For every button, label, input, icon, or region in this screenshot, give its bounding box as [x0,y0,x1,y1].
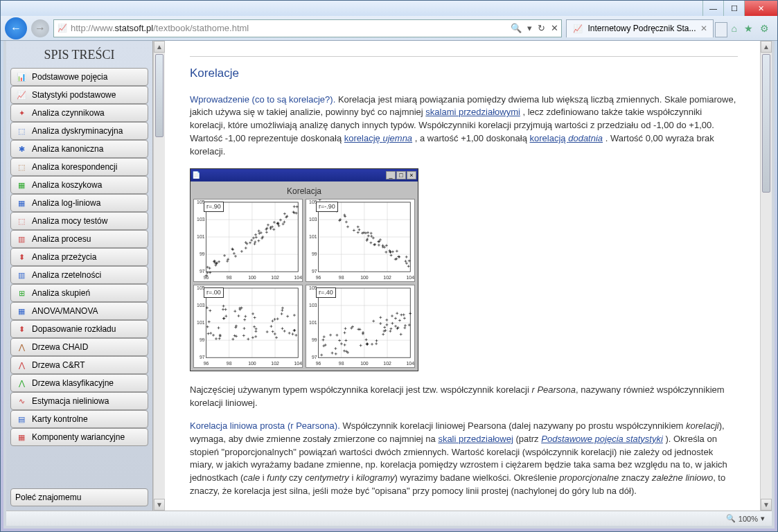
address-bar[interactable]: 📈 http://www.statsoft.pl/textbook/statho… [53,19,562,37]
sidebar-item-7[interactable]: ▦Analiza log-liniowa [10,194,148,212]
browser-window: — ☐ ✕ ← → 📈 http://www.statsoft.pl/textb… [0,0,778,532]
chart-close-icon[interactable]: × [407,171,416,179]
link-korelacje-ujemna[interactable]: korelację ujemna [344,133,412,143]
sidebar-item-icon: ▦ [15,306,28,316]
scroll-up-icon[interactable]: ▲ [761,41,772,53]
sidebar-item-label: Analiza czynnikowa [32,108,105,118]
sidebar-item-10[interactable]: ⬍Analiza przeżycia [10,248,148,266]
scroll-up-icon[interactable]: ▲ [154,41,165,53]
sidebar-item-3[interactable]: ⬚Analiza dyskryminacyjna [10,122,148,140]
chart-max-icon[interactable]: □ [396,171,406,179]
window-close-button[interactable]: ✕ [744,1,777,16]
svg-text:103: 103 [197,217,205,222]
refresh-icon[interactable]: ↻ [538,23,545,33]
scroll-thumb[interactable] [155,54,163,137]
sidebar-item-19[interactable]: ▤Karty kontrolne [10,410,148,428]
sidebar-item-20[interactable]: ▦Komponenty wariancyjne [10,428,148,446]
sidebar-item-17[interactable]: ⋀Drzewa klasyfikacyjne [10,374,148,392]
sidebar-item-9[interactable]: ▥Analiza procesu [10,230,148,248]
tab-bar: 📈 Internetowy Podręcznik Sta... ✕ [566,19,727,37]
sidebar-item-icon: ⬚ [15,126,28,136]
sidebar-item-label: Statystyki podstawowe [32,90,116,100]
dropdown-icon[interactable]: ▾ [527,23,532,33]
nav-forward-button[interactable]: → [31,19,49,37]
svg-text:100: 100 [248,361,256,366]
svg-text:97: 97 [312,355,317,360]
nav-back-button[interactable]: ← [5,17,27,39]
new-tab-button[interactable] [715,22,727,37]
window-minimize-button[interactable]: — [702,1,723,16]
r-value-label: r=.40 [316,287,336,298]
sidebar-item-icon: ▦ [15,432,28,442]
sidebar-item-6[interactable]: ▦Analiza koszykowa [10,176,148,194]
svg-text:97: 97 [312,269,317,274]
sidebar-item-12[interactable]: ⊞Analiza skupień [10,284,148,302]
svg-text:98: 98 [339,275,344,280]
chart-min-icon[interactable]: _ [386,171,396,179]
sidebar-item-label: Analiza kanoniczna [32,144,103,154]
sidebar-item-1[interactable]: 📈Statystyki podstawowe [10,86,148,104]
paragraph-pearson-intro: Najczęściej używanym typem współczynnika… [190,384,738,410]
recommend-button[interactable]: Poleć znajomemu [10,488,148,506]
sidebar-item-4[interactable]: ✱Analiza kanoniczna [10,140,148,158]
sidebar-item-label: Analiza przeżycia [32,252,96,262]
stop-icon[interactable]: ✕ [551,23,558,33]
correlation-chart-window: 📄 _ □ × Korelacja 9698100102104979910110… [190,168,418,371]
search-icon[interactable]: 🔍 [511,23,522,33]
svg-text:98: 98 [227,275,232,280]
settings-gear-icon[interactable]: ⚙ [760,23,769,34]
url-text: http://www.statsoft.pl/textbook/stathome… [71,23,508,33]
tab-close-icon[interactable]: ✕ [700,24,707,33]
sidebar-item-5[interactable]: ⬚Analiza korespondencji [10,158,148,176]
sidebar-scrollbar[interactable]: ▲ ▼ [153,41,165,511]
sidebar-item-2[interactable]: ✦Analiza czynnikowa [10,104,148,122]
svg-text:98: 98 [227,361,232,366]
sidebar-item-icon: ▤ [15,414,28,424]
link-skalami-przedzialowymi[interactable]: skalami przedziałowymi [425,107,520,117]
sidebar-item-label: Analiza skupień [32,288,90,298]
sidebar-item-16[interactable]: ⋀Drzewa C&RT [10,356,148,374]
link-skali-przedzialowej[interactable]: skali przedziałowej [438,434,513,444]
link-korelacja-dodatnia[interactable]: korelacją dodatnia [530,133,603,143]
sidebar-item-0[interactable]: 📊Podstawowe pojęcia [10,68,148,86]
svg-text:96: 96 [204,275,209,280]
browser-tab[interactable]: 📈 Internetowy Podręcznik Sta... ✕ [566,19,713,37]
sidebar-item-11[interactable]: ▥Analiza rzetelności [10,266,148,284]
scroll-thumb[interactable] [762,54,770,193]
sidebar-item-label: Podstawowe pojęcia [32,72,107,82]
sidebar-item-icon: ⋀ [15,342,28,352]
svg-text:96: 96 [204,361,209,366]
sidebar-item-icon: ✱ [15,144,28,154]
home-icon[interactable]: ⌂ [732,23,737,34]
sidebar-item-8[interactable]: ⬚Analiza mocy testów [10,212,148,230]
main-scrollbar[interactable]: ▲ ▼ [760,41,772,511]
zoom-icon[interactable]: 🔍 [726,514,736,523]
sidebar: SPIS TREŚCI 📊Podstawowe pojęcia📈Statysty… [6,41,153,511]
scroll-down-icon[interactable]: ▼ [154,499,165,511]
sidebar-item-label: Estymacja nieliniowa [32,396,109,406]
svg-text:100: 100 [360,275,369,280]
svg-text:96: 96 [316,275,321,280]
sidebar-item-icon: ▦ [15,198,28,208]
svg-text:103: 103 [309,217,317,222]
sidebar-item-icon: ∿ [15,396,28,406]
browser-navbar: ← → 📈 http://www.statsoft.pl/textbook/st… [1,16,777,41]
sidebar-item-icon: ⊞ [15,288,28,298]
sidebar-item-icon: ⬍ [15,252,28,262]
sidebar-item-15[interactable]: ⋀Drzewa CHAID [10,338,148,356]
zoom-dropdown-icon[interactable]: ▾ [761,514,765,523]
zoom-level: 100% [739,515,758,523]
scatter-plot-1: 96981001021049799101103105r=-.90 [306,199,415,282]
sidebar-item-label: Drzewa CHAID [32,342,88,352]
chart-menu-icon[interactable]: 📄 [192,170,200,181]
sidebar-item-14[interactable]: ⬍Dopasowanie rozkładu [10,320,148,338]
sidebar-item-18[interactable]: ∿Estymacja nieliniowa [10,392,148,410]
link-podstawowe-pojecia[interactable]: Podstawowe pojęcia statystyki [541,434,663,444]
sidebar-item-label: Analiza log-liniowa [32,198,100,208]
scroll-down-icon[interactable]: ▼ [761,499,772,511]
svg-text:102: 102 [383,361,391,366]
sidebar-item-label: Drzewa C&RT [32,360,85,370]
sidebar-item-13[interactable]: ▦ANOVA/MANOVA [10,302,148,320]
favorites-icon[interactable]: ★ [744,23,753,34]
window-maximize-button[interactable]: ☐ [723,1,744,16]
